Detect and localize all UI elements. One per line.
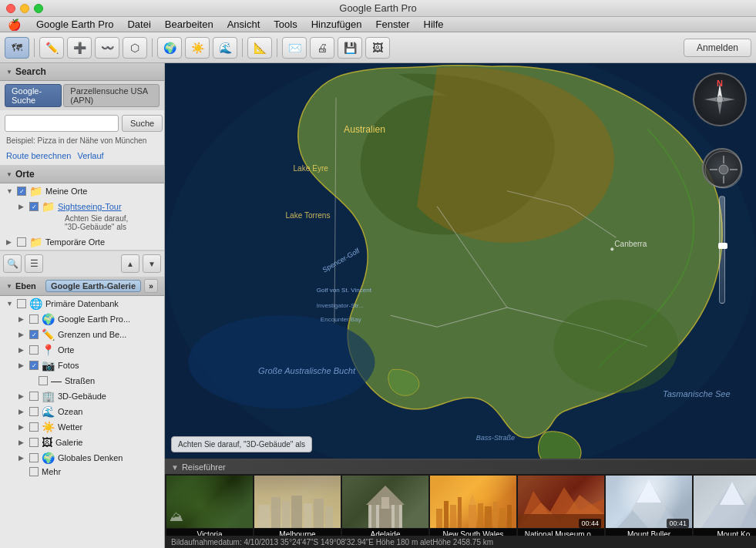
travel-item-mount-k[interactable]: Mount Ko... [694,476,756,536]
travel-item-melbourne[interactable]: Melbourne [254,476,341,536]
checkbox-orte[interactable] [29,345,39,355]
expand-sightseeing-icon[interactable]: ▶ [18,203,28,210]
toolbar-export-btn[interactable]: 🖼 [365,37,390,59]
apple-menu[interactable]: 🍎 [3,17,25,32]
sightseeing-label[interactable]: Sightseeing-Tour [58,202,122,211]
checkbox-globales[interactable] [29,453,39,462]
menu-hilfe[interactable]: Hilfe [418,17,450,32]
expand-ozean-icon[interactable]: ▶ [18,408,28,415]
toolbar-sun-btn[interactable]: ☀️ [185,37,210,59]
checkbox-mehr[interactable] [29,467,39,476]
maximize-button[interactable] [34,4,43,13]
zoom-controls[interactable] [702,148,742,304]
expand-wetter-icon[interactable]: ▶ [18,423,28,431]
search-places-btn[interactable]: 🔍 [3,254,22,273]
travel-item-nsw[interactable]: New South Wales [430,476,516,536]
travel-item-mount-buller[interactable]: 00:41 Mount Buller [606,476,692,536]
expand-temp-icon[interactable]: ▶ [6,238,15,246]
tree-item-temp-orte[interactable]: ▶ 📁 Temporäre Orte [0,234,164,250]
minimize-button[interactable] [20,4,29,13]
menu-app[interactable]: Google Earth Pro [30,17,119,32]
layer-galerie[interactable]: ▶ 🖼 Galerie [0,435,164,450]
route-link[interactable]: Route berechnen [6,151,71,160]
search-button[interactable]: Suche [122,115,163,132]
menu-fenster[interactable]: Fenster [369,17,415,32]
layer-globales[interactable]: ▶ 🌍 Globales Denken [0,450,164,466]
menu-datei[interactable]: Datei [121,17,156,32]
checkbox-fotos[interactable]: ✓ [29,361,39,370]
checkbox-primary[interactable] [17,299,26,308]
layer-ozean[interactable]: ▶ 🌊 Ozean [0,404,164,419]
toolbar-add-btn[interactable]: ➕ [67,37,92,59]
toolbar-path-btn[interactable]: 〰️ [95,37,119,59]
toolbar-ruler-btn[interactable]: 📐 [247,37,272,59]
expand-grenzen-icon[interactable]: ▶ [18,331,28,338]
map-area[interactable]: Große Australische Bucht Tasmanische See… [165,63,756,459]
travel-item-national-museum[interactable]: 00:44 National Museum o... [518,476,604,536]
menu-bearbeiten[interactable]: Bearbeiten [159,17,220,32]
toolbar-earth-btn[interactable]: 🌍 [157,37,182,59]
verlauf-link[interactable]: Verlauf [77,151,103,160]
travel-strip-header[interactable]: ▼ Reiseführer [165,460,756,474]
travel-item-adelaide[interactable]: Adelaide [342,476,428,536]
expand-primary-icon[interactable]: ▼ [6,300,15,308]
checkbox-ozean[interactable] [29,407,39,416]
sign-in-button[interactable]: Anmelden [684,39,751,57]
expand-galerie-icon[interactable]: ▶ [18,439,28,446]
toolbar-map-btn[interactable]: 🗺 [5,37,29,59]
menu-tools[interactable]: Tools [267,17,303,32]
checkbox-earthpro[interactable] [29,314,39,324]
checkbox-galerie[interactable] [29,438,39,447]
window-controls[interactable] [6,4,43,13]
menu-ansicht[interactable]: Ansicht [221,17,267,32]
expand-earthpro-icon[interactable]: ▶ [18,315,28,323]
expand-orte-icon[interactable]: ▶ [18,346,28,354]
layer-expand-btn[interactable]: » [144,279,158,293]
layer-earth-pro[interactable]: ▶ 🌍 Google Earth Pro... [0,311,164,327]
layer-grenzen[interactable]: ▶ ✓ ✏️ Grenzen und Be... [0,327,164,342]
zoom-handle[interactable] [718,243,727,249]
tree-item-sightseeing[interactable]: ▶ ✓ 📁 Sightseeing-Tour [0,199,164,214]
layer-orte[interactable]: ▶ 📍 Orte [0,342,164,358]
expand-globales-icon[interactable]: ▶ [18,454,28,462]
toolbar-draw-btn[interactable]: ✏️ [39,37,64,59]
down-btn[interactable]: ▼ [143,254,161,273]
tree-item-meine-orte[interactable]: ▼ ✓ 📁 Meine Orte [0,183,164,199]
zoom-slider[interactable] [719,196,725,304]
checkbox-wetter[interactable] [29,422,39,432]
search-header[interactable]: ▼ Search [0,63,164,81]
layer-fotos[interactable]: ▶ ✓ 📷 Fotos [0,358,164,373]
places-header[interactable]: ▼ Orte [0,166,164,183]
toolbar-ocean-btn[interactable]: 🌊 [213,37,237,59]
layer-primary[interactable]: ▼ 🌐 Primäre Datenbank [0,296,164,311]
tab-parcel[interactable]: Parzellensuche USA (APN) [63,84,160,107]
layer-mehr[interactable]: Mehr [0,466,164,478]
layer-strassen[interactable]: — Straßen [0,373,164,388]
toolbar-print-btn[interactable]: 🖨 [310,37,334,59]
travel-item-victoria[interactable]: ⛰ Victoria [166,476,253,536]
toolbar-save-btn[interactable]: 💾 [338,37,362,59]
layer-gebaeude[interactable]: ▶ 🏢 3D-Gebäude [0,388,164,404]
toolbar-polygon-btn[interactable]: ⬡ [123,37,147,59]
menu-hinzufuegen[interactable]: Hinzufügen [305,17,368,32]
checkbox-gebaeude[interactable] [29,392,39,401]
checkbox-meine-orte[interactable]: ✓ [17,187,26,196]
gallery-tab[interactable]: Google Earth-Galerie [45,280,141,292]
layer-wetter[interactable]: ▶ ☀️ Wetter [0,419,164,435]
checkbox-sightseeing[interactable]: ✓ [29,202,39,211]
close-button[interactable] [6,4,15,13]
checkbox-grenzen[interactable]: ✓ [29,330,39,339]
expand-fotos-icon[interactable]: ▶ [18,361,28,369]
toolbar-email-btn[interactable]: ✉️ [282,37,307,59]
up-btn[interactable]: ▲ [121,254,139,273]
list-btn[interactable]: ☰ [25,254,43,273]
places-triangle-icon: ▼ [6,171,12,178]
expand-meine-orte-icon[interactable]: ▼ [6,187,15,195]
search-input[interactable] [5,115,119,132]
checkbox-strassen[interactable] [39,376,48,385]
tab-google-suche[interactable]: Google-Suche [5,84,62,107]
expand-gebaeude-icon[interactable]: ▶ [18,392,28,400]
rotate-control[interactable] [702,148,742,188]
checkbox-temp[interactable] [17,237,26,247]
compass[interactable]: N [693,72,747,126]
